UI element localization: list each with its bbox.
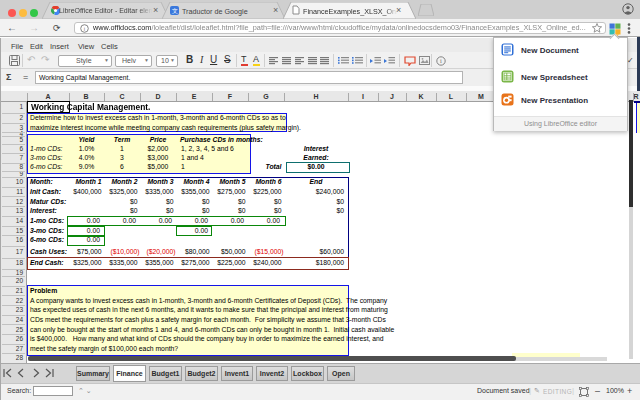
svg-text:i: i [84, 26, 85, 32]
svg-text:i: i [440, 57, 442, 64]
